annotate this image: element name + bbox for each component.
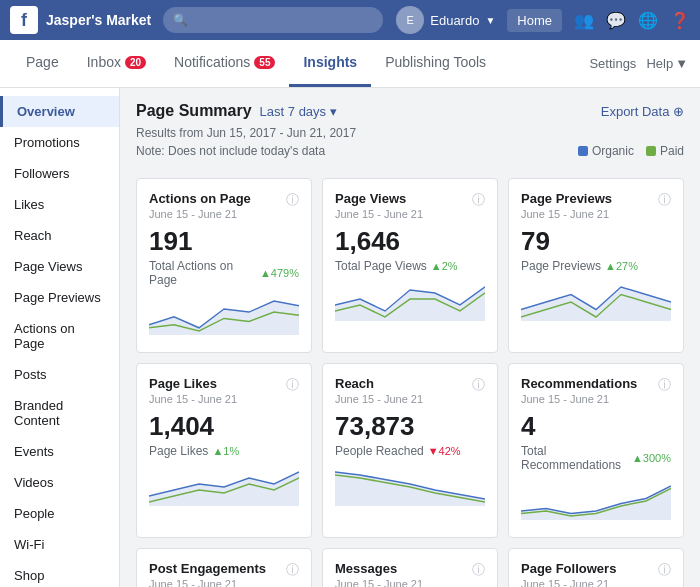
- legend-organic: Organic: [578, 144, 634, 158]
- sidebar-item-reach[interactable]: Reach: [0, 220, 119, 251]
- card-date: June 15 - June 21: [521, 208, 612, 220]
- info-icon[interactable]: ⓘ: [658, 376, 671, 394]
- sidebar-item-promotions[interactable]: Promotions: [0, 127, 119, 158]
- card-header: Page Views June 15 - June 21 ⓘ: [335, 191, 485, 220]
- info-icon[interactable]: ⓘ: [286, 191, 299, 209]
- nav-tab-inbox[interactable]: Inbox 20: [73, 40, 160, 87]
- sidebar-item-wi-fi[interactable]: Wi-Fi: [0, 529, 119, 560]
- top-bar: f Jasper's Market 🔍 E Eduardo ▼ Home 👥 💬…: [0, 0, 700, 40]
- card-header: Actions on Page June 15 - June 21 ⓘ: [149, 191, 299, 220]
- card-title: Post Engagements: [149, 561, 266, 576]
- card-date: June 15 - June 21: [335, 208, 423, 220]
- card-header: Recommendations June 15 - June 21 ⓘ: [521, 376, 671, 405]
- nav-tab-page[interactable]: Page: [12, 40, 73, 87]
- chevron-down-icon: ▼: [485, 15, 495, 26]
- friends-icon[interactable]: 👥: [574, 11, 594, 30]
- card-value: 1,404: [149, 411, 299, 442]
- sidebar-item-overview[interactable]: Overview: [0, 96, 119, 127]
- date-range-selector[interactable]: Last 7 days ▾: [260, 104, 337, 119]
- chart-legend: Organic Paid: [578, 144, 684, 158]
- card-header: Post Engagements June 15 - June 21 ⓘ: [149, 561, 299, 587]
- results-info: Results from Jun 15, 2017 - Jun 21, 2017: [136, 126, 684, 140]
- sidebar-item-likes[interactable]: Likes: [0, 189, 119, 220]
- card-messages: Messages June 15 - June 21 ⓘ 100% Respon…: [322, 548, 498, 587]
- info-icon[interactable]: ⓘ: [472, 561, 485, 579]
- card-header: Page Followers June 15 - June 21 ⓘ: [521, 561, 671, 587]
- card-actions-on-page: Actions on Page June 15 - June 21 ⓘ 191 …: [136, 178, 312, 353]
- export-data-button[interactable]: Export Data ⊕: [601, 104, 684, 119]
- content-area: Page Summary Last 7 days ▾ Export Data ⊕…: [120, 88, 700, 587]
- card-label: Total Page Views ▲2%: [335, 259, 485, 273]
- page-summary-header: Page Summary Last 7 days ▾ Export Data ⊕: [136, 102, 684, 120]
- nav-tab-insights[interactable]: Insights: [289, 40, 371, 87]
- sidebar-item-actions-on-page[interactable]: Actions on Page: [0, 313, 119, 359]
- card-recommendations: Recommendations June 15 - June 21 ⓘ 4 To…: [508, 363, 684, 538]
- sidebar-item-page-views[interactable]: Page Views: [0, 251, 119, 282]
- card-title: Page Views: [335, 191, 423, 206]
- card-title: Page Likes: [149, 376, 237, 391]
- card-date: June 15 - June 21: [149, 393, 237, 405]
- search-input[interactable]: [194, 13, 373, 28]
- card-date: June 15 - June 21: [335, 393, 423, 405]
- info-icon[interactable]: ⓘ: [286, 376, 299, 394]
- nav-tab-publishing-tools[interactable]: Publishing Tools: [371, 40, 500, 87]
- info-icon[interactable]: ⓘ: [658, 191, 671, 209]
- card-header: Messages June 15 - June 21 ⓘ: [335, 561, 485, 587]
- sidebar-item-people[interactable]: People: [0, 498, 119, 529]
- card-label: Page Likes ▲1%: [149, 444, 299, 458]
- info-icon[interactable]: ⓘ: [658, 561, 671, 579]
- card-label: Total Recommendations ▲300%: [521, 444, 671, 472]
- globe-icon[interactable]: 🌐: [638, 11, 658, 30]
- note-info: Note: Does not include today's data: [136, 144, 325, 158]
- search-bar[interactable]: 🔍: [163, 7, 383, 33]
- card-title: Page Followers: [521, 561, 616, 576]
- sidebar-item-branded-content[interactable]: Branded Content: [0, 390, 119, 436]
- home-button[interactable]: Home: [507, 9, 562, 32]
- mini-chart: [335, 466, 485, 511]
- cards-grid: Actions on Page June 15 - June 21 ⓘ 191 …: [136, 178, 684, 587]
- card-date: June 15 - June 21: [521, 393, 637, 405]
- avatar: E: [396, 6, 424, 34]
- mini-chart: [521, 480, 671, 525]
- sidebar-item-shop[interactable]: Shop: [0, 560, 119, 587]
- sidebar-item-videos[interactable]: Videos: [0, 467, 119, 498]
- chevron-down-icon: ▼: [675, 56, 688, 71]
- help-button[interactable]: Help ▼: [646, 56, 688, 71]
- sidebar-item-posts[interactable]: Posts: [0, 359, 119, 390]
- card-title: Reach: [335, 376, 423, 391]
- card-label: Total Actions on Page ▲479%: [149, 259, 299, 287]
- card-label: People Reached ▼42%: [335, 444, 485, 458]
- card-value: 191: [149, 226, 299, 257]
- facebook-logo: f: [10, 6, 38, 34]
- card-value: 79: [521, 226, 671, 257]
- info-icon[interactable]: ⓘ: [286, 561, 299, 579]
- card-value: 73,873: [335, 411, 485, 442]
- card-header: Page Previews June 15 - June 21 ⓘ: [521, 191, 671, 220]
- search-icon: 🔍: [173, 13, 188, 27]
- card-post-engagements: Post Engagements June 15 - June 21 ⓘ 17,…: [136, 548, 312, 587]
- sidebar-item-events[interactable]: Events: [0, 436, 119, 467]
- settings-button[interactable]: Settings: [589, 56, 636, 71]
- card-date: June 15 - June 21: [149, 578, 266, 587]
- card-title: Page Previews: [521, 191, 612, 206]
- card-page-followers: Page Followers June 15 - June 21 ⓘ 1,030…: [508, 548, 684, 587]
- inbox-badge: 20: [125, 56, 146, 69]
- page-summary-title: Page Summary: [136, 102, 252, 120]
- mini-chart: [149, 466, 299, 511]
- chat-icon[interactable]: 💬: [606, 11, 626, 30]
- help-icon[interactable]: ❓: [670, 11, 690, 30]
- top-bar-right: E Eduardo ▼ Home 👥 💬 🌐 ❓: [396, 6, 690, 34]
- card-header: Page Likes June 15 - June 21 ⓘ: [149, 376, 299, 405]
- user-name: Eduardo: [430, 13, 479, 28]
- card-title: Actions on Page: [149, 191, 251, 206]
- sidebar-item-followers[interactable]: Followers: [0, 158, 119, 189]
- nav-tab-notifications[interactable]: Notifications 55: [160, 40, 289, 87]
- user-menu[interactable]: E Eduardo ▼: [396, 6, 495, 34]
- sidebar: OverviewPromotionsFollowersLikesReachPag…: [0, 88, 120, 587]
- info-icon[interactable]: ⓘ: [472, 191, 485, 209]
- sidebar-item-page-previews[interactable]: Page Previews: [0, 282, 119, 313]
- card-date: June 15 - June 21: [149, 208, 251, 220]
- card-value: 4: [521, 411, 671, 442]
- card-title: Messages: [335, 561, 423, 576]
- info-icon[interactable]: ⓘ: [472, 376, 485, 394]
